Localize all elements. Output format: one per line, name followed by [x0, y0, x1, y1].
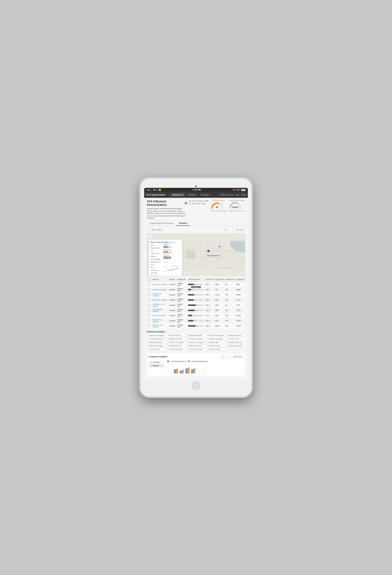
remove-tag-button[interactable]: ✕ — [187, 345, 189, 347]
facility-link[interactable]: Gorczany Oon Hospital — [152, 324, 163, 328]
facility-link[interactable]: Rippin Gby Hospital — [152, 299, 167, 301]
row-checkbox-cell[interactable] — [147, 323, 151, 328]
row-pop-gap: 11262 — [214, 292, 224, 297]
facility-link[interactable]: Simonis Boz Hospital — [152, 319, 161, 323]
compare-save-view-button[interactable]: Save View — [232, 355, 243, 358]
facility-link[interactable]: Bruen Aft Hospital — [152, 314, 165, 316]
row-checkbox-cell[interactable] — [147, 282, 151, 287]
col-current[interactable]: Current ⇅ — [205, 277, 214, 282]
remove-tag-button[interactable]: ✕ — [187, 338, 189, 340]
row-checkbox-cell[interactable] — [147, 313, 151, 318]
help-link[interactable]: Help — [235, 194, 239, 196]
col-providers[interactable]: Providers ⇅ — [224, 277, 235, 282]
compare-print-button[interactable]: 🖨 — [220, 354, 225, 359]
remove-tag-button[interactable]: ✕ — [168, 341, 169, 343]
compare-toolbar-right: 🖨 📄 Save View — [220, 354, 243, 359]
population-label: Population — [153, 361, 161, 363]
col-type[interactable]: Type ⇅ — [168, 277, 176, 282]
title-text: #14 Influenza Immunization — [147, 200, 184, 207]
export-button[interactable]: 📄 — [228, 227, 232, 232]
table-row: Wisozk Mpp Hospital Hospital subtype her… — [147, 292, 245, 297]
info-icon[interactable]: i — [185, 202, 187, 205]
tab-facilities[interactable]: Facilities — [176, 221, 190, 226]
col-performance[interactable]: Performance ⇅ — [187, 277, 205, 282]
main-content: #14 Influenza Immunization i Inpatients … — [144, 198, 248, 380]
tabs: Organizational Performance Facilities — [147, 221, 245, 226]
facility-tag: ✕Lockman Yoj Hospital — [186, 337, 206, 340]
facility-details-link[interactable]: (details ↗) — [169, 241, 176, 243]
remove-tag-button[interactable]: ✕ — [148, 345, 149, 347]
zoom-in-button[interactable]: + — [148, 235, 152, 238]
bluetooth-icon: 🔴 — [233, 189, 235, 191]
col-name[interactable]: Name ⇅ — [151, 277, 168, 282]
facility-info-grid: 93491 Independence Trail Daly City, CA H… — [150, 244, 181, 276]
row-checkbox-cell[interactable] — [147, 292, 151, 297]
svg-text:50%: 50% — [163, 266, 166, 267]
filter-facilities-button[interactable]: ▼ Filter Facilities — [147, 228, 164, 231]
direction-arrow: ▼ — [209, 320, 211, 322]
row-providers: 180 — [224, 308, 235, 313]
nav-measures[interactable]: Measures ▾ — [171, 193, 185, 196]
tab-org-performance[interactable]: Organizational Performance — [147, 221, 176, 226]
remove-tag-button[interactable]: ✕ — [207, 341, 208, 343]
remove-tag-button[interactable]: ✕ — [187, 348, 189, 350]
remove-tag-button[interactable]: ✕ — [168, 335, 169, 336]
row-current: 42% ▼ — [205, 308, 214, 313]
row-checkbox-cell[interactable] — [147, 318, 151, 323]
row-pop-gap: 7883 — [214, 308, 224, 313]
remove-tag-button[interactable]: ✕ — [227, 345, 228, 347]
facility-link[interactable]: Braun Sws Hospital — [152, 284, 167, 285]
facility-link[interactable]: Prohaska Kjh Hospital — [152, 309, 162, 312]
remove-tag-button[interactable]: ✕ — [168, 345, 169, 347]
row-checkbox-cell[interactable] — [147, 287, 151, 292]
remove-tag-button[interactable]: ✕ — [148, 338, 149, 340]
remove-tag-button[interactable]: ✕ — [187, 335, 189, 336]
remove-tag-button[interactable]: ✕ — [207, 335, 208, 336]
score-section: CMS THRESHOLD 55% ORG TARGET 60% CURRENT… — [189, 200, 245, 219]
home-button[interactable] — [192, 382, 200, 390]
compare-current-item[interactable]: 📈 Current — [149, 364, 164, 367]
remove-tag-button[interactable]: ✕ — [187, 341, 189, 343]
save-view-button[interactable]: Save View — [234, 228, 245, 231]
remove-tag-button[interactable]: ✕ — [148, 335, 149, 336]
remove-tag-button[interactable]: ✕ — [168, 348, 169, 350]
remove-tag-button[interactable]: ✕ — [207, 348, 208, 350]
row-pop-gap: 3924 — [214, 282, 224, 287]
header-left: #14 Influenza Immunization i Inpatients … — [147, 200, 187, 219]
remove-tag-button[interactable]: ✕ — [207, 345, 208, 347]
row-current: 33% ▼ — [205, 318, 214, 323]
remove-tag-button[interactable]: ✕ — [168, 338, 169, 340]
row-checkbox-cell[interactable] — [147, 303, 151, 308]
nav-brand[interactable]: ACO Quality Admin — [146, 193, 166, 196]
nav-providers[interactable]: Providers — [199, 193, 211, 196]
remove-tag-button[interactable]: ✕ — [227, 338, 228, 340]
map-pin-2[interactable] — [218, 245, 221, 249]
svg-rect-34 — [180, 371, 182, 374]
compare-population-item[interactable]: 📊 Population — [149, 360, 164, 364]
tag-label: Homenick Bzy Hosp... — [169, 348, 184, 350]
selected-facilities-title: Selected Facilities — [147, 331, 245, 333]
remove-tag-button[interactable]: ✕ — [148, 341, 149, 343]
facility-link[interactable]: Oberbrunner Erp Hospital — [152, 303, 165, 307]
facility-popup: Braun Sws Hospital (details ↗) 93491 Ind… — [149, 240, 182, 276]
row-checkbox-cell[interactable] — [147, 308, 151, 313]
compare-export-button[interactable]: 📄 — [226, 354, 231, 359]
facility-type: Hospital — [150, 255, 162, 258]
select-all-checkbox[interactable] — [148, 278, 150, 281]
col-patients[interactable]: Patients ⇅ — [235, 277, 245, 282]
faqs-link[interactable]: FAQs — [241, 194, 246, 196]
remove-tag-button[interactable]: ✕ — [148, 348, 149, 350]
remove-tag-button[interactable]: ✕ — [227, 335, 228, 336]
my-account[interactable]: 👤 My Account ▾ — [219, 194, 233, 196]
facility-link[interactable]: Wisozk Mpp Hospital — [152, 293, 161, 297]
map-pin[interactable]: + — [207, 249, 210, 254]
remove-tag-button[interactable]: ✕ — [207, 338, 208, 340]
svg-text:CMS Threshold: CMS Threshold — [172, 265, 179, 266]
remove-tag-button[interactable]: ✕ — [227, 341, 228, 343]
row-checkbox-cell[interactable] — [147, 297, 151, 303]
print-button[interactable]: 🖨 — [222, 227, 227, 232]
col-pop-gap[interactable]: Pop Gap ⇅ — [214, 277, 224, 282]
col-subtype[interactable]: Subtype ⇅ — [176, 277, 187, 282]
nav-facilities[interactable]: Facilities — [186, 193, 198, 196]
facility-link[interactable]: Hauck Kpv Hospital — [152, 289, 167, 290]
